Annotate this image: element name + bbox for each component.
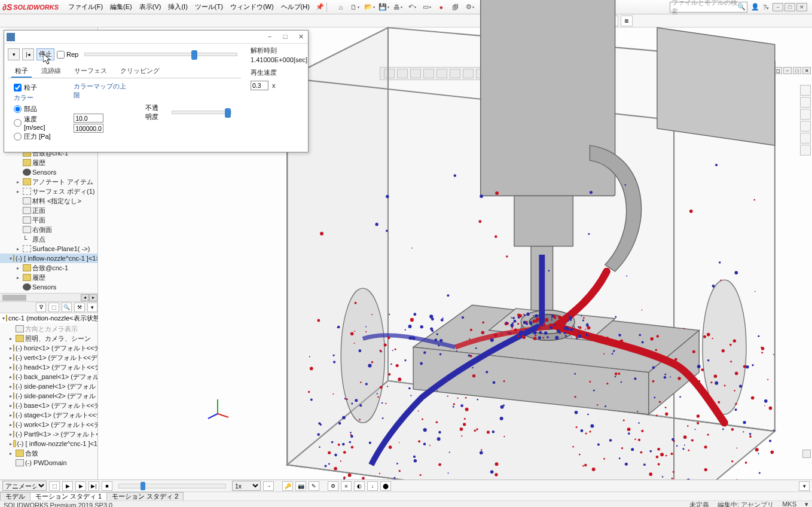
velocity-input[interactable] — [74, 114, 103, 123]
tp-appear-icon[interactable] — [800, 121, 811, 132]
tl-play-start-icon[interactable]: ▶ — [62, 481, 73, 491]
tp-custom-icon[interactable] — [800, 133, 811, 143]
tree-row[interactable]: ▸(-) base<1> (デフォルト<<デフォル — [0, 401, 97, 410]
filter-zoom-icon[interactable]: 🔍 — [62, 303, 72, 312]
tree-row[interactable]: 平面 — [0, 215, 97, 225]
tree-row[interactable]: ▸Surface-Plane1( ->) — [0, 244, 97, 253]
tl-motor-icon[interactable]: ⚙ — [328, 481, 338, 491]
tl-cam-icon[interactable]: 📷 — [295, 481, 306, 491]
scroll-left-icon[interactable]: ◂ — [81, 294, 89, 301]
tree-row[interactable]: 材料 <指定なし> — [0, 196, 97, 206]
tab-streamline[interactable]: 流跡線 — [38, 65, 65, 78]
tp-home-icon[interactable] — [800, 85, 811, 96]
filter-more-icon[interactable]: ▾ — [87, 303, 97, 312]
tl-gravity-icon[interactable]: ↓ — [367, 481, 378, 491]
tree-row[interactable]: ▸(-) horiz<1> (デフォルト<<デフォル — [0, 343, 97, 353]
feature-tree-upper[interactable]: 合致@cnc-1履歴Sensors▸アノテート アイテム▸サーフェス ボディ(1… — [0, 147, 97, 293]
menu-tools[interactable]: ツール(T) — [191, 1, 227, 13]
tab-model[interactable]: モデル — [0, 492, 30, 500]
tp-lib-icon[interactable] — [800, 97, 811, 108]
tab-clipping[interactable]: クリッピング — [117, 65, 163, 78]
menu-view[interactable]: 表示(V) — [136, 1, 165, 13]
tree-row[interactable]: Sensors — [0, 282, 97, 292]
tree-row[interactable]: ▸(-) back_panel<1> (デフォルト<< — [0, 372, 97, 381]
dialog-minimize-icon[interactable]: − — [265, 33, 274, 41]
tree-row[interactable]: ▸合致 — [0, 448, 97, 458]
tab-motion1[interactable]: モーション スタディ 1 — [30, 492, 107, 500]
tl-spring-icon[interactable]: ≡ — [341, 481, 352, 491]
speed-input[interactable] — [251, 81, 268, 90]
tp-prop-icon[interactable] — [800, 109, 811, 120]
animation-type-select[interactable]: アニメーション — [2, 481, 47, 491]
feature-tree-lower[interactable]: 方向とカメラ表示▸照明、カメラ、シーン▸(-) horiz<1> (デフォルト<… — [0, 323, 97, 469]
tree-row[interactable]: 右側面 — [0, 225, 97, 234]
radio-velocity[interactable]: 速度 [m/sec] — [14, 115, 56, 131]
tab-particle[interactable]: 粒子 — [11, 65, 32, 78]
menu-file[interactable]: ファイル(F) — [65, 1, 106, 13]
tree-assembly-head[interactable]: ▾ cnc-1 (motion-nozzle<表示状態… — [0, 313, 97, 323]
tree-row[interactable]: ▸合致@cnc-1 — [0, 263, 97, 273]
tl-play-icon[interactable]: ▶ — [75, 481, 86, 491]
stop-button[interactable]: 停止 — [36, 48, 54, 60]
step-first-icon[interactable]: |◂ — [22, 48, 34, 60]
view-triad-icon[interactable] — [206, 396, 230, 420]
dialog-maximize-icon[interactable]: □ — [280, 33, 290, 41]
rep-checkbox[interactable]: Rep — [57, 51, 78, 59]
tl-contact-icon[interactable]: ◐ — [354, 481, 365, 491]
vp-close-icon[interactable]: ✕ — [802, 67, 811, 74]
scroll-right-icon[interactable]: ▸ — [89, 294, 97, 301]
tl-result-icon[interactable]: ⬤ — [380, 481, 391, 491]
menu-edit[interactable]: 編集(E) — [106, 1, 136, 13]
tl-key-icon[interactable]: 🔑 — [282, 481, 293, 491]
filter-funnel-icon[interactable]: ∇ — [36, 303, 46, 312]
collapse-pane-icon[interactable] — [802, 450, 811, 458]
tree-row[interactable]: ▸(-) head<1> (デフォルト<<デフォル — [0, 362, 97, 372]
tl-scrubber[interactable] — [118, 484, 226, 488]
tree-row[interactable]: ▸履歴 — [0, 273, 97, 282]
status-dropdown-icon[interactable]: ▾ — [805, 500, 808, 507]
tree-row[interactable]: ▸(-) side-panel<1> (デフォルト<< — [0, 381, 97, 391]
status-units[interactable]: MKS — [782, 500, 796, 507]
filter-tool-icon[interactable]: ⚒ — [74, 303, 84, 312]
tree-row[interactable]: ▸アノテート アイテム — [0, 177, 97, 187]
tl-wizard-icon[interactable]: ✎ — [309, 481, 319, 491]
tree-row[interactable]: (-) PWDomain — [0, 458, 97, 468]
tree-row[interactable]: ▸(-) vert<1> (デフォルト<<デフォル — [0, 353, 97, 362]
tree-row[interactable]: 正面 — [0, 206, 97, 215]
particle-checkbox[interactable]: 粒子 — [14, 83, 56, 92]
filter-icon[interactable]: ⬚ — [48, 303, 59, 312]
tree-row[interactable]: ▸(-) [ inflow-nozzle^cnc-1 ]<1 — [0, 439, 97, 448]
radio-part[interactable]: 部品 — [14, 105, 56, 114]
dialog-titlebar[interactable]: − □ ✕ — [4, 30, 308, 44]
tl-calc-icon[interactable]: ⬚ — [49, 481, 60, 491]
tree-row[interactable]: 方向とカメラ表示 — [0, 324, 97, 334]
tl-speed-select[interactable]: 1x — [232, 481, 261, 491]
tree-row[interactable]: ▸(-) Part9<1> -> (デフォルト<<デ — [0, 429, 97, 439]
tl-loop-icon[interactable]: → — [263, 481, 274, 491]
tab-surface[interactable]: サーフェス — [71, 65, 111, 78]
tl-play-end-icon[interactable]: ▶| — [88, 481, 99, 491]
tree-row[interactable]: ▸(-) side-panel<2> (デフォルト<< — [0, 391, 97, 401]
menu-insert[interactable]: 挿入(I) — [164, 1, 191, 13]
time-slider[interactable] — [84, 53, 237, 56]
tree-row[interactable]: 履歴 — [0, 158, 97, 167]
tl-stop-icon[interactable]: ■ — [102, 481, 112, 491]
radio-pressure[interactable]: 圧力 [Pa] — [14, 132, 56, 141]
rep-checkbox-input[interactable] — [57, 51, 65, 59]
opacity-slider[interactable] — [172, 111, 231, 114]
scroll-thumb[interactable] — [2, 295, 26, 301]
tree-hscroll[interactable]: ◂ ▸ — [0, 293, 97, 301]
tree-row[interactable]: ▾(-) [ inflow-nozzle^cnc-1 ]<1> — [0, 253, 97, 263]
tp-forum-icon[interactable] — [800, 145, 811, 155]
step-prev-icon[interactable]: ▾ — [8, 48, 20, 60]
tree-row[interactable]: ▸(-) stage<1> (デフォルト<<デフォ — [0, 410, 97, 420]
tab-motion2[interactable]: モーション スタディ 2 — [106, 492, 184, 500]
tree-row[interactable]: └原点 — [0, 234, 97, 244]
dialog-close-icon[interactable]: ✕ — [296, 33, 306, 41]
tree-row[interactable]: Sensors — [0, 167, 97, 177]
tree-row[interactable]: ▸(-) work<1> (デフォルト<<デフォル — [0, 420, 97, 429]
pressure-input[interactable] — [74, 124, 103, 133]
tree-row[interactable]: ▸照明、カメラ、シーン — [0, 334, 97, 343]
tree-row[interactable]: ▸サーフェス ボディ(1) — [0, 187, 97, 196]
tl-collapse-icon[interactable]: ▾ — [799, 481, 810, 491]
